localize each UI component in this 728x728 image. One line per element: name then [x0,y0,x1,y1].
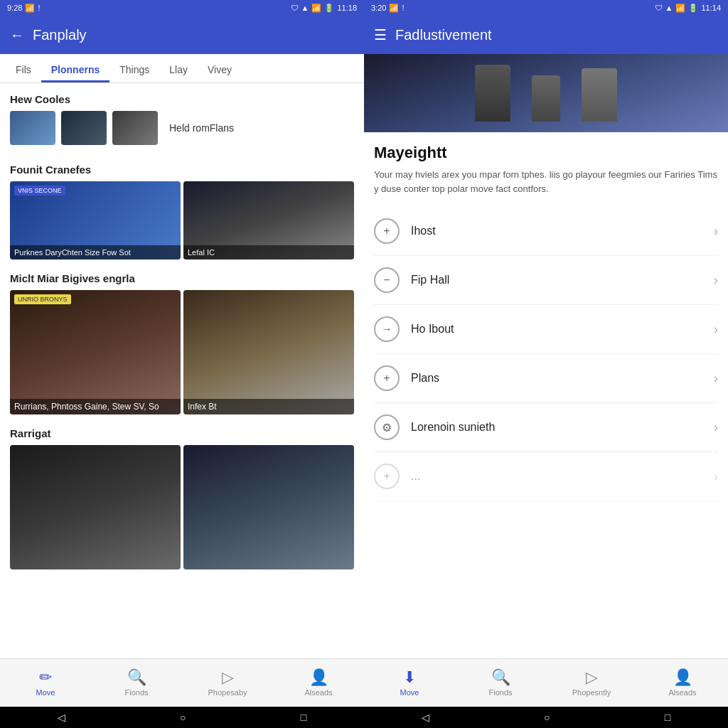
android-back-left[interactable]: ◁ [58,712,65,723]
card-badge-1: VNIS SECONE [14,186,65,196]
nav-fionds-right[interactable]: 🔍 Fionds [455,659,546,707]
android-recents-right[interactable]: □ [665,712,670,723]
menu-label-plans: Plans [411,372,702,385]
left-status-bar: 9:28 📶 ! 🛡 ▲ 📶 🔋 11:18 [0,0,364,16]
status-icon-battery: 🔋 [324,4,334,13]
hew-cooles-row: Held romFlans [0,111,364,154]
menu-icon-plans: + [374,365,400,391]
section-miclt-title: Miclt Miar Bigives engrla [0,262,364,290]
nav-move-left[interactable]: ✏ Move [0,659,91,707]
nav-move-right[interactable]: ⬇ Move [364,659,455,707]
card-badge-miclt-1: UNRIO BRONYS [14,294,71,304]
nav-fionds-label-left: Fionds [124,688,148,697]
nav-phopesaby-left[interactable]: ▷ Phopesaby [182,659,273,707]
thumb-3[interactable] [112,111,158,145]
right-status-right-icons: 🛡 ▲ 📶 🔋 11:14 [655,4,721,13]
section-hew-cooles-title: Hew Cooles [0,83,364,111]
chevron-plans: › [714,371,718,386]
menu-icon-partial: + [374,464,400,489]
nav-alseads-label-right: Alseads [668,688,696,697]
menu-item-ihost[interactable]: + Ihost › [374,207,718,256]
nav-alseads-icon-right: 👤 [673,670,692,685]
card-title-miclt-1: Rurrians, Phntoss Gaine, Stew SV, So [10,399,181,414]
right-status-sim: 📶 [389,4,399,13]
android-recents-left[interactable]: □ [301,712,306,723]
section-founit-title: Founit Cranefes [0,154,364,181]
status-icon-sim: 📶 [25,4,35,13]
status-time-right: 11:18 [337,4,357,12]
nav-alseads-label-left: Alseads [304,688,332,697]
card-title-2: Lefal IC [183,245,354,259]
card-title-1: Purknes DaryChten Size Fow Sot [10,245,181,259]
nav-fionds-icon-left: 🔍 [127,670,146,685]
tab-llay[interactable]: Llay [159,54,198,82]
right-screen: 3:20 📶 ! 🛡 ▲ 📶 🔋 11:14 ☰ Fadlustivement … [364,0,728,728]
status-left: 9:28 📶 ! [7,4,40,13]
left-bottom-nav: ✏ Move 🔍 Fionds ▷ Phopesaby 👤 Alseads [0,658,364,707]
card-rarrigat-1[interactable] [10,445,181,569]
right-status-time: 3:20 [371,4,386,12]
chevron-partial: › [714,469,718,484]
founit-grid: VNIS SECONE Purknes DaryChten Size Fow S… [0,181,364,262]
nav-alseads-left[interactable]: 👤 Alseads [273,659,364,707]
nav-fionds-label-right: Fionds [488,688,512,697]
nav-fionds-left[interactable]: 🔍 Fionds [91,659,182,707]
status-icon-wifi: ▲ [301,4,309,12]
nav-alseads-icon-left: 👤 [309,670,328,685]
left-top-bar: ← Fanplaly [0,16,364,54]
card-miclt-2[interactable]: Infex Bt [183,290,354,414]
menu-item-ho-ibout[interactable]: → Ho Ibout › [374,305,718,354]
right-android-nav: ◁ ○ □ [364,707,728,728]
menu-item-lorenoin[interactable]: ⚙ Lorenoin sunieth › [374,403,718,452]
nav-alseads-right[interactable]: 👤 Alseads [637,659,728,707]
right-status-left: 3:20 📶 ! [371,4,404,13]
tabs-bar: Fils Plonnerns Things Llay Vivey [0,54,364,83]
menu-item-fip-hall[interactable]: − Fip Hall › [374,256,718,305]
menu-icon-ho-ibout: → [374,316,400,342]
chevron-ho-ibout: › [714,322,718,337]
android-back-right[interactable]: ◁ [422,712,429,723]
card-rarrigat-2[interactable] [183,445,354,569]
nav-phopesntly-icon-right: ▷ [586,670,598,685]
tab-vivey[interactable]: Vivey [198,54,242,82]
hamburger-icon[interactable]: ☰ [374,26,387,43]
tab-things[interactable]: Things [109,54,159,82]
card-founit-2[interactable]: Lefal IC [183,181,354,259]
menu-icon-ihost: + [374,218,400,244]
nav-move-icon-left: ✏ [39,670,52,685]
menu-item-plans[interactable]: + Plans › [374,354,718,403]
nav-phopesntly-right[interactable]: ▷ Phopesntly [546,659,637,707]
right-status-battery: 🔋 [688,4,698,13]
rarrigat-grid [0,445,364,572]
status-right: 🛡 ▲ 📶 🔋 11:18 [291,4,357,13]
right-status-exclaim: ! [402,4,404,12]
tab-fils[interactable]: Fils [6,54,41,82]
menu-icon-fip-hall: − [374,267,400,293]
status-icon-signal: 📶 [311,4,321,13]
left-screen: 9:28 📶 ! 🛡 ▲ 📶 🔋 11:18 ← Fanplaly Fils P… [0,0,364,728]
left-content: Hew Cooles Held romFlans Founit Cranefes… [0,83,364,728]
chevron-fip-hall: › [714,273,718,288]
status-time-left: 9:28 [7,4,22,12]
thumb-1[interactable] [10,111,55,145]
back-icon[interactable]: ← [10,27,24,43]
tab-plonnerns[interactable]: Plonnerns [41,54,109,82]
chevron-lorenoin: › [714,420,718,435]
right-content: Mayeightt Your may hviels arex you mpar … [364,132,728,728]
right-description: Your may hviels arex you mpar forn tphes… [374,168,718,196]
android-home-right[interactable]: ○ [544,712,550,723]
right-status-signal: 📶 [675,4,685,13]
card-title-miclt-2: Infex Bt [183,399,354,414]
nav-phopesaby-icon-left: ▷ [222,670,234,685]
thumb-2[interactable] [61,111,107,145]
card-miclt-1[interactable]: UNRIO BRONYS Rurrians, Phntoss Gaine, St… [10,290,181,414]
right-top-bar: ☰ Fadlustivement [364,16,728,54]
menu-item-partial[interactable]: + ... › [374,452,718,501]
right-main-title: Mayeightt [374,144,718,162]
nav-move-label-left: Move [36,688,55,697]
left-android-nav: ◁ ○ □ [0,707,364,728]
hew-cooles-label: Held romFlans [169,122,234,134]
status-icon-exclaim: ! [38,4,40,12]
android-home-left[interactable]: ○ [180,712,186,723]
card-founit-1[interactable]: VNIS SECONE Purknes DaryChten Size Fow S… [10,181,181,259]
